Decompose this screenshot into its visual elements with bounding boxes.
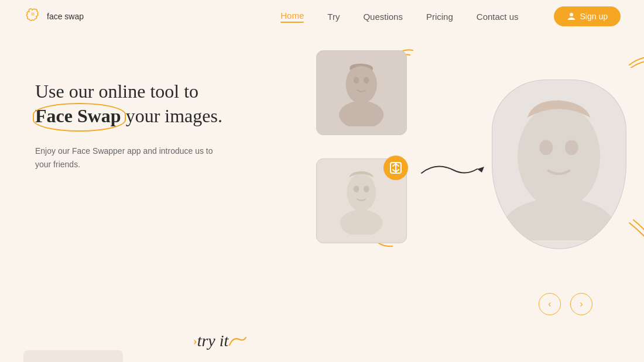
person-icon: [567, 12, 576, 21]
svg-point-8: [354, 186, 359, 192]
logo-text: face swap: [47, 12, 84, 21]
nav-links: Home Try Questions Pricing Contact us: [280, 11, 518, 23]
prev-arrow-button[interactable]: ‹: [539, 293, 561, 315]
headline-highlight: Face Swap: [35, 104, 121, 129]
logo: face swap: [23, 7, 84, 26]
face-result-placeholder: [499, 88, 619, 240]
face-bottom-placeholder: [326, 167, 397, 234]
svg-point-16: [565, 140, 578, 156]
headline-line1: Use our online tool to: [35, 81, 198, 102]
face-top-image: [316, 50, 407, 135]
nav-questions[interactable]: Questions: [363, 12, 403, 22]
hero-visual: ‹ ›: [281, 44, 621, 362]
svg-point-15: [540, 140, 553, 156]
swap-icon: [389, 161, 402, 174]
face-top-placeholder: [326, 59, 397, 126]
signup-button[interactable]: Sign up: [554, 6, 621, 26]
svg-point-13: [518, 104, 600, 209]
svg-point-1: [570, 13, 573, 16]
carousel-nav: ‹ ›: [539, 293, 592, 315]
svg-point-5: [364, 77, 369, 84]
try-it-arrow-left-icon: ›: [193, 335, 197, 348]
svg-point-6: [347, 174, 376, 212]
try-it-label[interactable]: try it: [197, 332, 229, 350]
swap-button[interactable]: [383, 156, 408, 180]
deco-lines-top-right: [626, 44, 644, 68]
svg-marker-12: [477, 167, 484, 173]
try-it-swirl-icon: [228, 335, 249, 347]
svg-point-14: [503, 198, 615, 240]
headline-suffix: your images.: [126, 105, 222, 126]
next-arrow-button[interactable]: ›: [570, 293, 592, 315]
swap-arrow: [419, 158, 489, 182]
hero-text: Use our online tool to Face Swap your im…: [35, 44, 281, 362]
deco-lines-right: [626, 217, 644, 252]
svg-point-2: [346, 65, 377, 104]
main-content: Use our online tool to Face Swap your im…: [0, 33, 644, 362]
nav-contact[interactable]: Contact us: [477, 12, 519, 22]
logo-icon: [23, 7, 42, 26]
svg-point-7: [340, 210, 382, 235]
svg-point-0: [31, 12, 35, 16]
signup-label: Sign up: [580, 12, 608, 21]
bottom-partial-element: [23, 350, 123, 362]
face-result-image: [492, 80, 626, 249]
nav-home[interactable]: Home: [280, 11, 304, 23]
nav-pricing[interactable]: Pricing: [426, 12, 453, 22]
try-it-section: › try it: [193, 332, 249, 350]
nav-try[interactable]: Try: [327, 12, 340, 22]
hero-subtext: Enjoy our Face Swapper app and introduce…: [35, 144, 222, 171]
headline: Use our online tool to Face Swap your im…: [35, 80, 281, 128]
svg-point-4: [354, 77, 359, 84]
svg-point-3: [339, 101, 383, 126]
svg-point-9: [364, 186, 369, 192]
